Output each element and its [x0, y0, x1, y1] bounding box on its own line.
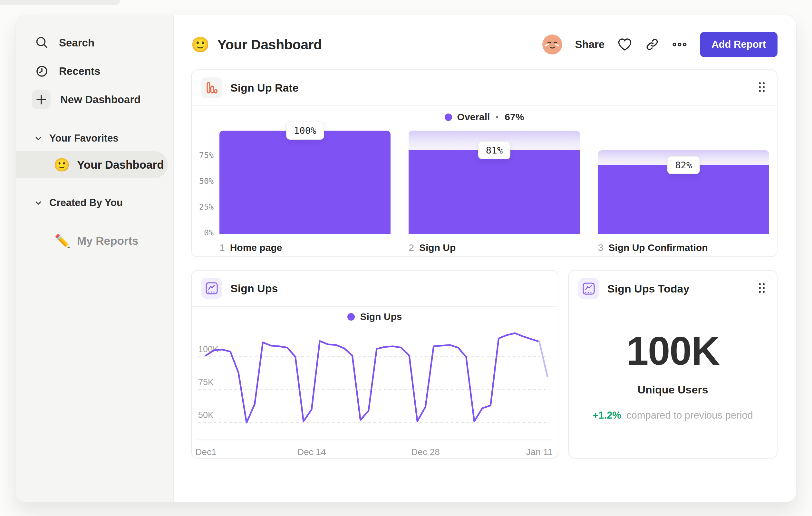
line-x-tick: Jan 11 — [526, 447, 553, 457]
sidebar-item-new-dashboard[interactable]: New Dashboard — [16, 85, 173, 114]
legend-dot — [347, 313, 355, 321]
funnel-legend[interactable]: Overall · 67% — [192, 106, 777, 128]
background-window-edge — [0, 0, 120, 5]
avatar[interactable] — [542, 34, 562, 55]
line-chart-icon — [578, 278, 599, 299]
step-number: 1 — [220, 242, 225, 253]
sign-ups-card: Sign Ups Sign Ups 100K75K50KDec1Dec 14De… — [191, 270, 558, 459]
card-header: Sign Ups Today — [569, 271, 777, 307]
card-title: Sign Ups Today — [607, 282, 689, 295]
line-x-tick: Dec 28 — [411, 447, 440, 457]
step-number: 2 — [409, 242, 414, 253]
funnel-y-tick: 50% — [199, 176, 214, 186]
sidebar-item-recents[interactable]: Recents — [16, 57, 173, 85]
search-icon — [34, 35, 49, 50]
app-window: Search Recents New Dashboard — [16, 15, 796, 503]
legend-label: Overall — [457, 112, 490, 123]
line-series-incomplete — [540, 342, 547, 376]
sidebar-item-my-reports[interactable]: ✏️ My Reports — [16, 228, 173, 254]
sidebar-item-label: Recents — [59, 65, 100, 77]
sidebar-section-your-favorites[interactable]: Your Favorites — [16, 129, 173, 148]
dashboard-emoji: 🙂 — [54, 158, 70, 171]
line-legend[interactable]: Sign Ups — [198, 307, 551, 327]
chevron-down-icon — [34, 134, 42, 142]
more-options-button[interactable] — [672, 42, 687, 47]
step-name: Home page — [230, 242, 282, 253]
line-y-tick: 50K — [198, 410, 214, 420]
line-x-tick: Dec1 — [196, 447, 216, 457]
line-y-tick: 75K — [198, 377, 214, 387]
sign-ups-today-card: Sign Ups Today 100K Unique Users — [568, 270, 778, 459]
sidebar-item-search[interactable]: Search — [16, 29, 173, 57]
add-report-button[interactable]: Add Report — [700, 32, 778, 57]
sign-up-rate-card: Sign Up Rate Overall · 67% — [191, 69, 778, 257]
line-chart-icon — [201, 278, 222, 299]
section-label: Your Favorites — [49, 133, 119, 144]
stat-label: Unique Users — [637, 383, 708, 396]
sidebar-item-label: Search — [59, 37, 94, 49]
funnel-step-label: 1 Home page — [220, 242, 390, 253]
chevron-down-icon — [34, 199, 42, 207]
page-title: Your Dashboard — [217, 37, 322, 53]
plus-icon — [32, 90, 51, 109]
funnel-step-label: 2 Sign Up — [409, 242, 580, 253]
bar-chart-icon — [201, 77, 222, 98]
copy-link-button[interactable] — [645, 37, 659, 52]
favorite-heart-button[interactable] — [617, 37, 632, 52]
funnel-bar[interactable]: 82% — [598, 131, 769, 234]
step-name: Sign Up Confirmation — [608, 242, 707, 253]
line-x-tick: Dec 14 — [297, 447, 326, 457]
line-plot: 100K75K50KDec1Dec 14Dec 28Jan 11 — [192, 327, 558, 459]
app-screen: Search Recents New Dashboard — [0, 0, 812, 516]
sidebar-section-created-by-you[interactable]: Created By You — [16, 193, 173, 213]
funnel-y-tick: 0% — [204, 228, 214, 237]
funnel-bar-solid — [409, 150, 580, 234]
legend-value: 67% — [504, 112, 524, 123]
stat-value: 100K — [627, 328, 719, 374]
funnel-bars: 100%81%82% — [220, 131, 769, 234]
page-title-emoji: 🙂 — [191, 37, 209, 52]
legend-separator: · — [495, 112, 499, 123]
ellipsis-icon — [672, 42, 687, 47]
card-title: Sign Ups — [230, 282, 278, 295]
delta-value: +1.2% — [592, 410, 621, 421]
step-number: 3 — [598, 242, 604, 253]
clock-icon — [34, 64, 49, 79]
card-title: Sign Up Rate — [230, 82, 299, 94]
sidebar-item-label: New Dashboard — [60, 93, 141, 106]
share-button[interactable]: Share — [575, 38, 605, 51]
sidebar-item-label: Your Dashboard — [77, 158, 164, 171]
sidebar: Search Recents New Dashboard — [16, 15, 174, 502]
link-icon — [645, 37, 659, 52]
pencil-emoji: ✏️ — [54, 235, 70, 247]
funnel-bar-solid — [598, 165, 769, 234]
line-y-tick: 100K — [198, 345, 219, 354]
funnel-x-axis: 1 Home page 2 Sign Up 3 Sign Up Confirma… — [220, 242, 769, 253]
main-content: 🙂 Your Dashboard Share — [174, 15, 796, 502]
funnel-value-tag: 82% — [667, 156, 700, 174]
card-header: Sign Ups — [192, 271, 558, 307]
drag-handle-icon[interactable] — [758, 81, 766, 94]
page-header: 🙂 Your Dashboard Share — [174, 15, 796, 57]
funnel-y-tick: 25% — [199, 202, 214, 212]
stat-delta-row: +1.2% compared to previous period — [592, 410, 753, 421]
funnel-value-tag: 81% — [478, 141, 511, 159]
card-header: Sign Up Rate — [192, 70, 777, 106]
funnel-plot: 75%50%25%0% 100%81%82% — [192, 128, 777, 234]
heart-icon — [617, 37, 632, 52]
sidebar-item-label: My Reports — [77, 235, 139, 247]
line-series — [206, 333, 540, 423]
funnel-value-tag: 100% — [286, 121, 324, 140]
legend-label: Sign Ups — [360, 311, 402, 322]
funnel-bar-solid — [220, 131, 390, 234]
drag-handle-icon[interactable] — [758, 282, 766, 295]
section-label: Created By You — [49, 197, 123, 209]
lower-cards-row: Sign Ups Sign Ups 100K75K50KDec1Dec 14De… — [191, 270, 778, 459]
sidebar-item-your-dashboard[interactable]: 🙂 Your Dashboard — [16, 151, 168, 178]
funnel-y-tick: 75% — [199, 151, 214, 160]
funnel-bar[interactable]: 81% — [409, 131, 580, 234]
delta-note: compared to previous period — [627, 410, 753, 421]
stat-body: 100K Unique Users +1.2% compared to prev… — [569, 307, 777, 421]
funnel-bar[interactable]: 100% — [220, 131, 390, 234]
legend-dot — [445, 113, 452, 121]
